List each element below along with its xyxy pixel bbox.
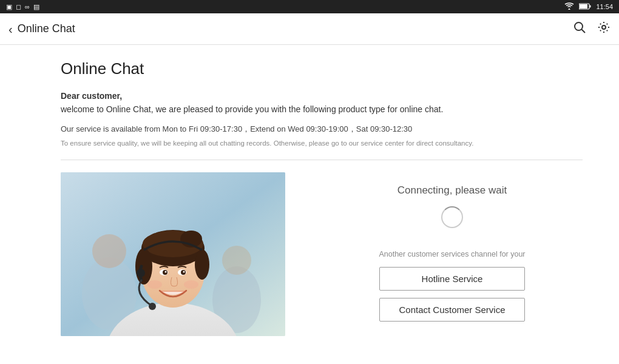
wifi-icon <box>564 2 574 11</box>
greeting-line1: Dear customer, <box>61 91 122 101</box>
svg-rect-1 <box>590 5 591 7</box>
svg-point-23 <box>165 271 167 273</box>
status-icon-3: ∞ <box>25 3 30 10</box>
svg-point-5 <box>602 25 606 29</box>
contact-customer-service-button[interactable]: Contact Customer Service <box>379 298 525 322</box>
status-icon-1: ▣ <box>6 3 12 11</box>
svg-point-8 <box>92 234 126 268</box>
svg-point-10 <box>222 246 251 275</box>
svg-point-26 <box>149 303 156 310</box>
right-panel: Connecting, please wait Another customer… <box>322 172 583 329</box>
svg-point-25 <box>137 269 145 277</box>
svg-point-17 <box>195 249 209 280</box>
chat-image <box>61 172 285 336</box>
loading-spinner <box>441 206 463 228</box>
page-title: Online Chat <box>61 59 583 78</box>
main-content: Online Chat Dear customer, welcome to On… <box>0 45 619 364</box>
svg-point-28 <box>184 280 198 289</box>
status-bar: ▣ ◻ ∞ ▤ 11:54 <box>0 0 619 13</box>
settings-button[interactable] <box>597 21 611 37</box>
svg-point-24 <box>183 271 185 273</box>
section-divider <box>61 160 583 160</box>
app-bar-left: ‹ Online Chat <box>8 22 75 35</box>
chat-section: Connecting, please wait Another customer… <box>61 172 583 336</box>
svg-line-4 <box>582 30 586 33</box>
connecting-text: Connecting, please wait <box>397 184 507 197</box>
service-note: To ensure service quality, we will be ke… <box>61 138 583 149</box>
greeting-line2: welcome to Online Chat, we are pleased t… <box>61 104 443 114</box>
channel-label: Another customer services channel for yo… <box>379 250 525 258</box>
svg-point-27 <box>147 280 162 289</box>
status-icon-2: ◻ <box>16 3 21 11</box>
greeting-text: Dear customer, welcome to Online Chat, w… <box>61 89 583 116</box>
status-bar-right: 11:54 <box>564 2 613 11</box>
back-button[interactable]: ‹ <box>8 23 13 35</box>
svg-point-3 <box>575 22 583 30</box>
status-bar-left: ▣ ◻ ∞ ▤ <box>6 3 39 11</box>
app-bar: ‹ Online Chat <box>0 13 619 45</box>
svg-point-16 <box>135 248 152 285</box>
search-button[interactable] <box>573 21 586 37</box>
status-icon-4: ▤ <box>33 3 39 11</box>
app-bar-right <box>573 21 611 37</box>
service-hours: Our service is available from Mon to Fri… <box>61 123 583 136</box>
hotline-service-button[interactable]: Hotline Service <box>379 267 525 291</box>
app-bar-title: Online Chat <box>18 22 75 35</box>
time-display: 11:54 <box>596 3 613 10</box>
battery-icon <box>579 3 591 11</box>
svg-rect-2 <box>580 4 587 8</box>
